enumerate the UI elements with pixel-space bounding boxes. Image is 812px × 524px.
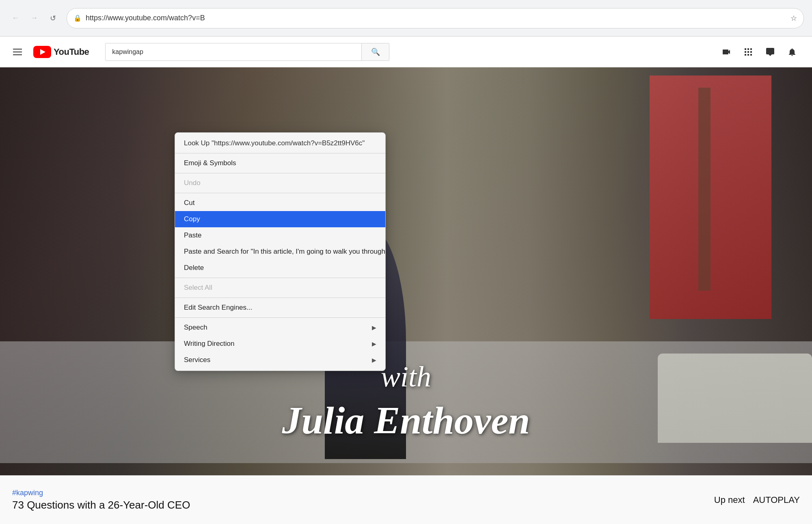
paste-search-label: Paste and Search for "In this article, I… (184, 248, 386, 256)
hamburger-line (13, 52, 22, 52)
select-all-label: Select All (184, 284, 212, 292)
svg-rect-10 (750, 54, 752, 56)
reload-button[interactable]: ↺ (45, 11, 60, 26)
message-icon (765, 47, 775, 57)
video-area[interactable]: with Julia Enthoven (0, 67, 812, 524)
back-button[interactable]: ← (8, 11, 23, 26)
lock-icon: 🔒 (73, 14, 82, 22)
up-next-label: Up next (714, 495, 745, 505)
speech-arrow-icon: ▶ (372, 324, 376, 331)
browser-chrome: ← → ↺ 🔒 https://www.youtube.com/watch?v=… (0, 0, 812, 37)
svg-rect-6 (747, 51, 749, 53)
video-title: 73 Questions with a 26-Year-Old CEO (12, 499, 714, 511)
bookmark-icon[interactable]: ☆ (790, 14, 797, 23)
svg-rect-5 (745, 51, 746, 53)
video-info: #kapwing 73 Questions with a 26-Year-Old… (12, 489, 714, 511)
menu-item-lookup[interactable]: Look Up "https://www.youtube.com/watch?v… (175, 135, 385, 151)
nav-buttons: ← → ↺ (8, 11, 60, 26)
menu-separator-6 (175, 317, 385, 318)
delete-label: Delete (184, 264, 204, 272)
video-background (0, 67, 812, 524)
youtube-logo-icon (33, 46, 51, 58)
hamburger-menu-button[interactable] (10, 45, 25, 58)
hamburger-line (13, 49, 22, 50)
menu-item-edit-search-engines[interactable]: Edit Search Engines... (175, 300, 385, 316)
youtube-header: YouTube 🔍 (0, 37, 812, 67)
autoplay-label[interactable]: AUTOPLAY (753, 495, 800, 505)
edit-search-engines-label: Edit Search Engines... (184, 304, 252, 312)
menu-separator-2 (175, 173, 385, 173)
search-button[interactable]: 🔍 (361, 43, 389, 60)
messages-button[interactable] (760, 42, 780, 62)
menu-separator-3 (175, 193, 385, 193)
writing-direction-arrow-icon: ▶ (372, 341, 376, 347)
grid-icon (743, 47, 753, 57)
notifications-button[interactable] (782, 42, 802, 62)
svg-rect-7 (750, 51, 752, 53)
undo-label: Undo (184, 179, 201, 187)
svg-rect-3 (747, 48, 749, 50)
menu-item-copy[interactable]: Copy (175, 211, 385, 227)
bell-icon (787, 47, 797, 57)
menu-item-delete[interactable]: Delete (175, 260, 385, 276)
forward-button[interactable]: → (27, 11, 41, 26)
address-text: https://www.youtube.com/watch?v=B (86, 14, 786, 22)
paste-label: Paste (184, 231, 201, 239)
menu-item-cut[interactable]: Cut (175, 195, 385, 211)
services-label: Services (184, 356, 210, 364)
emoji-label: Emoji & Symbols (184, 159, 236, 167)
menu-item-writing-direction[interactable]: Writing Direction ▶ (175, 336, 385, 352)
svg-rect-2 (745, 48, 746, 50)
menu-separator-4 (175, 278, 385, 278)
svg-rect-8 (745, 54, 746, 56)
menu-item-emoji[interactable]: Emoji & Symbols (175, 155, 385, 171)
hamburger-line (13, 54, 22, 55)
video-hashtag[interactable]: #kapwing (12, 489, 714, 497)
speech-label: Speech (184, 323, 207, 332)
menu-item-select-all: Select All (175, 280, 385, 296)
svg-rect-9 (747, 54, 749, 56)
writing-direction-label: Writing Direction (184, 340, 234, 348)
address-bar-container[interactable]: 🔒 https://www.youtube.com/watch?v=B ☆ (67, 8, 804, 28)
header-icons (716, 42, 802, 62)
video-camera-icon (721, 47, 731, 57)
menu-item-services[interactable]: Services ▶ (175, 352, 385, 368)
menu-item-speech[interactable]: Speech ▶ (175, 319, 385, 336)
search-bar[interactable]: 🔍 (105, 43, 389, 61)
youtube-logo-text: YouTube (54, 47, 89, 57)
copy-label: Copy (184, 215, 200, 223)
services-arrow-icon: ▶ (372, 357, 376, 363)
create-button[interactable] (716, 42, 736, 62)
menu-separator-1 (175, 153, 385, 153)
menu-item-undo: Undo (175, 175, 385, 191)
apps-button[interactable] (738, 42, 758, 62)
lookup-label: Look Up "https://www.youtube.com/watch?v… (184, 139, 365, 147)
youtube-logo[interactable]: YouTube (33, 46, 89, 58)
bottom-bar: #kapwing 73 Questions with a 26-Year-Old… (0, 475, 812, 524)
svg-rect-4 (750, 48, 752, 50)
menu-item-paste-search[interactable]: Paste and Search for "In this article, I… (175, 244, 385, 260)
menu-item-paste[interactable]: Paste (175, 227, 385, 244)
cut-label: Cut (184, 199, 194, 207)
up-next-area: Up next AUTOPLAY (714, 495, 800, 505)
menu-separator-5 (175, 298, 385, 298)
context-menu: Look Up "https://www.youtube.com/watch?v… (175, 132, 386, 371)
search-input[interactable] (106, 43, 361, 60)
